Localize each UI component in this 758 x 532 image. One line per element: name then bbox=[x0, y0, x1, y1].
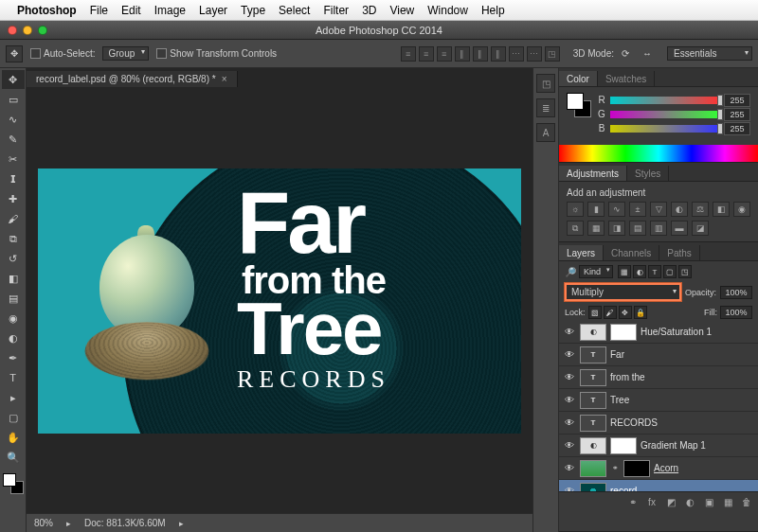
visibility-icon[interactable]: 👁 bbox=[563, 394, 576, 407]
new-layer-icon[interactable]: ▦ bbox=[720, 495, 735, 510]
photo-filter-icon[interactable]: ◉ bbox=[733, 202, 750, 217]
layer-row[interactable]: 👁◐Hue/Saturation 1 bbox=[559, 321, 758, 344]
layer-row[interactable]: 👁◐Gradient Map 1 bbox=[559, 434, 758, 457]
move-tool[interactable]: ✥ bbox=[2, 70, 25, 89]
auto-select-checkbox[interactable]: Auto-Select: bbox=[30, 48, 95, 60]
dodge-tool[interactable]: ◐ bbox=[2, 328, 25, 347]
align-icon[interactable]: ‖ bbox=[473, 46, 488, 62]
menu-filter[interactable]: Filter bbox=[323, 4, 349, 17]
paths-tab[interactable]: Paths bbox=[659, 245, 700, 260]
path-select-tool[interactable]: ▸ bbox=[2, 388, 25, 407]
lasso-tool[interactable]: ∿ bbox=[2, 110, 25, 129]
menu-3d[interactable]: 3D bbox=[362, 4, 376, 17]
kind-dropdown[interactable]: Kind bbox=[579, 265, 613, 278]
link-layers-icon[interactable]: ⚭ bbox=[625, 495, 641, 510]
layer-row[interactable]: 👁record bbox=[559, 480, 758, 491]
align-icon[interactable]: ≡ bbox=[419, 46, 434, 62]
layer-row[interactable]: 👁⚭Acorn bbox=[559, 457, 758, 480]
visibility-icon[interactable]: 👁 bbox=[563, 417, 576, 430]
properties-panel-icon[interactable]: ≣ bbox=[536, 98, 555, 117]
new-adjustment-icon[interactable]: ◐ bbox=[682, 495, 697, 510]
doc-size[interactable]: Doc: 881.3K/6.60M bbox=[84, 518, 166, 528]
blur-tool[interactable]: ◉ bbox=[2, 309, 25, 328]
g-value[interactable]: 255 bbox=[724, 108, 750, 121]
visibility-icon[interactable]: 👁 bbox=[563, 439, 576, 452]
bw-icon[interactable]: ◧ bbox=[713, 202, 730, 217]
menu-layer[interactable]: Layer bbox=[199, 4, 227, 17]
auto-select-dropdown[interactable]: Group bbox=[102, 46, 149, 61]
selective-color-icon[interactable]: ◪ bbox=[692, 221, 709, 236]
document-tab[interactable]: record_label.psd @ 80% (record, RGB/8) *… bbox=[27, 71, 238, 87]
close-tab-icon[interactable]: × bbox=[222, 74, 227, 84]
lock-position-icon[interactable]: ✥ bbox=[619, 306, 632, 319]
layer-style-icon[interactable]: fx bbox=[644, 495, 659, 510]
posterize-icon[interactable]: ▤ bbox=[629, 221, 646, 236]
align-icon[interactable]: ‖ bbox=[455, 46, 470, 62]
history-panel-icon[interactable]: ◳ bbox=[536, 74, 555, 93]
color-balance-icon[interactable]: ⚖ bbox=[692, 202, 709, 217]
curves-icon[interactable]: ∿ bbox=[608, 202, 625, 217]
color-fg-bg-swatches[interactable] bbox=[567, 93, 591, 117]
layer-name[interactable]: Hue/Saturation 1 bbox=[641, 327, 712, 337]
color-lookup-icon[interactable]: ▦ bbox=[587, 221, 605, 236]
opacity-value[interactable]: 100% bbox=[720, 286, 752, 299]
layer-name[interactable]: RECORDS bbox=[610, 417, 658, 428]
zoom-tool[interactable]: 🔍 bbox=[2, 448, 25, 467]
filter-type-icon[interactable]: T bbox=[648, 265, 661, 278]
gradient-tool[interactable]: ▤ bbox=[2, 289, 25, 308]
type-tool[interactable]: T bbox=[2, 368, 25, 387]
layers-tab[interactable]: Layers bbox=[559, 245, 604, 260]
menu-edit[interactable]: Edit bbox=[121, 4, 141, 17]
layer-name[interactable]: Tree bbox=[610, 395, 629, 405]
brightness-icon[interactable]: ☼ bbox=[567, 202, 584, 217]
lock-all-icon[interactable]: 🔒 bbox=[634, 306, 647, 319]
menu-help[interactable]: Help bbox=[481, 4, 505, 17]
3d-orbit-icon[interactable]: ⟳ bbox=[622, 48, 635, 59]
menu-window[interactable]: Window bbox=[427, 4, 468, 17]
distribute-icon[interactable]: ⋯ bbox=[509, 46, 524, 62]
g-slider[interactable] bbox=[610, 111, 720, 118]
align-icon[interactable]: ≡ bbox=[401, 46, 416, 62]
menu-file[interactable]: File bbox=[90, 4, 108, 17]
shape-tool[interactable]: ▢ bbox=[2, 408, 25, 427]
kind-search-icon[interactable]: 🔎 bbox=[565, 267, 576, 277]
history-brush-tool[interactable]: ↺ bbox=[2, 249, 25, 268]
menu-image[interactable]: Image bbox=[154, 4, 186, 17]
docsize-arrow-icon[interactable]: ▸ bbox=[179, 519, 184, 528]
menu-view[interactable]: View bbox=[389, 4, 414, 17]
character-panel-icon[interactable]: A bbox=[536, 123, 555, 142]
layer-row[interactable]: 👁TFar bbox=[559, 344, 758, 366]
add-mask-icon[interactable]: ◩ bbox=[663, 495, 678, 510]
3d-mode-icon[interactable]: ◳ bbox=[545, 46, 560, 62]
layer-name[interactable]: Far bbox=[610, 349, 624, 360]
channel-mixer-icon[interactable]: ⧉ bbox=[567, 221, 584, 236]
r-value[interactable]: 255 bbox=[724, 94, 750, 107]
menu-select[interactable]: Select bbox=[279, 4, 310, 17]
lock-transparent-icon[interactable]: ▧ bbox=[588, 306, 602, 319]
pen-tool[interactable]: ✒ bbox=[2, 348, 25, 367]
filter-smart-icon[interactable]: ◳ bbox=[678, 265, 692, 278]
visibility-icon[interactable]: 👁 bbox=[563, 485, 576, 492]
quick-select-tool[interactable]: ✎ bbox=[2, 130, 25, 149]
hue-icon[interactable]: ◐ bbox=[671, 202, 688, 217]
color-spectrum[interactable] bbox=[559, 145, 758, 162]
canvas[interactable]: Far from the Tree RECORDS bbox=[38, 168, 521, 434]
channels-tab[interactable]: Channels bbox=[604, 245, 659, 260]
layer-name[interactable]: from the bbox=[610, 372, 645, 382]
visibility-icon[interactable]: 👁 bbox=[563, 371, 576, 384]
layer-name[interactable]: Acorn bbox=[654, 463, 678, 473]
move-tool-icon[interactable]: ✥ bbox=[6, 45, 23, 62]
styles-tab[interactable]: Styles bbox=[627, 166, 669, 181]
levels-icon[interactable]: ▮ bbox=[587, 202, 605, 217]
lock-pixels-icon[interactable]: 🖌 bbox=[604, 306, 617, 319]
align-icon[interactable]: ≡ bbox=[437, 46, 452, 62]
filter-adjust-icon[interactable]: ◐ bbox=[633, 265, 646, 278]
adjustments-tab[interactable]: Adjustments bbox=[559, 166, 627, 181]
menu-photoshop[interactable]: Photoshop bbox=[17, 4, 77, 17]
crop-tool[interactable]: ✂ bbox=[2, 150, 25, 168]
fg-bg-swatches[interactable] bbox=[3, 473, 24, 494]
threshold-icon[interactable]: ▥ bbox=[650, 221, 667, 236]
visibility-icon[interactable]: 👁 bbox=[563, 348, 576, 362]
marquee-tool[interactable]: ▭ bbox=[2, 90, 25, 109]
workspace-dropdown[interactable]: Essentials bbox=[667, 46, 752, 61]
